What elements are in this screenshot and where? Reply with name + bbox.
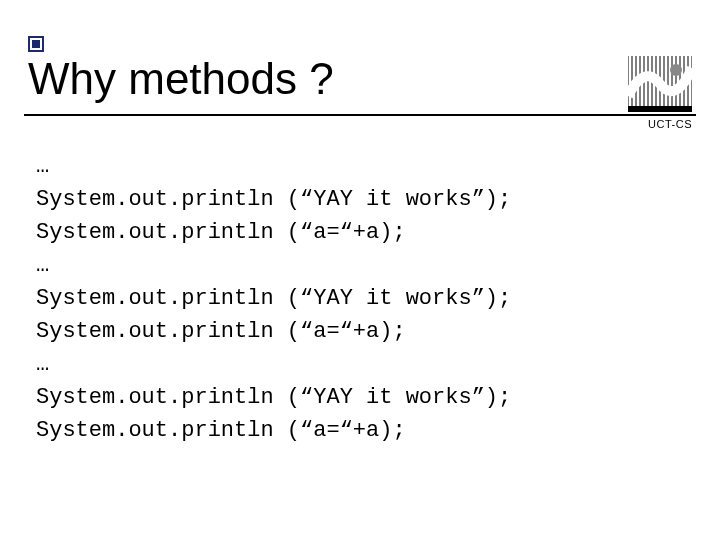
- slide-title: Why methods ?: [28, 54, 334, 104]
- code-line: System.out.println (“a=“+a);: [36, 418, 406, 443]
- uct-logo-icon: [628, 56, 692, 112]
- code-line: …: [36, 253, 49, 278]
- bullet-icon: [28, 36, 44, 52]
- code-line: …: [36, 352, 49, 377]
- code-line: …: [36, 154, 49, 179]
- code-line: System.out.println (“a=“+a);: [36, 220, 406, 245]
- svg-point-18: [670, 64, 682, 76]
- svg-rect-19: [628, 106, 692, 112]
- slide: Why methods ?: [0, 0, 720, 540]
- header: Why methods ?: [24, 16, 696, 116]
- code-line: System.out.println (“YAY it works”);: [36, 385, 511, 410]
- code-line: System.out.println (“YAY it works”);: [36, 187, 511, 212]
- code-block: … System.out.println (“YAY it works”); S…: [36, 150, 511, 447]
- code-line: System.out.println (“YAY it works”);: [36, 286, 511, 311]
- department-label: UCT-CS: [648, 118, 692, 130]
- code-line: System.out.println (“a=“+a);: [36, 319, 406, 344]
